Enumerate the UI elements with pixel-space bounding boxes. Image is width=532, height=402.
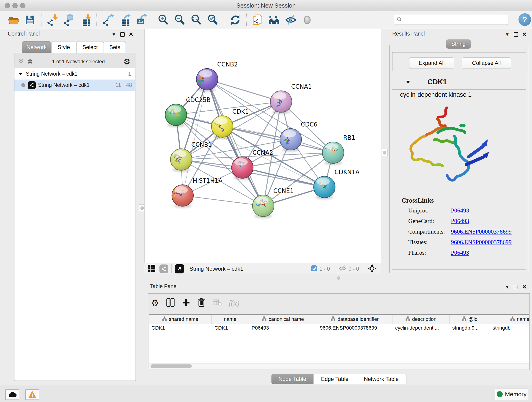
network-collection-label: String Network – cdk1 — [26, 71, 77, 77]
panel-close-icon[interactable]: ✕ — [129, 31, 133, 38]
cell[interactable]: cyclin-dependent ... — [393, 325, 450, 331]
zoom-in-icon[interactable] — [157, 13, 170, 27]
save-session-icon[interactable] — [23, 13, 37, 27]
export-image-icon[interactable] — [134, 13, 147, 27]
export-network-icon[interactable] — [101, 13, 114, 27]
panel-menu-icon[interactable]: ▼ — [505, 32, 510, 37]
crosslink-value-link[interactable]: P06493 — [451, 207, 469, 214]
cell[interactable]: CDK1 — [149, 325, 212, 331]
open-session-icon[interactable] — [7, 13, 20, 27]
column-header--id[interactable]: @id — [450, 315, 490, 324]
table-row[interactable]: CDK1CDK1P064939606.ENSP00000378699cyclin… — [149, 324, 529, 332]
panel-float-icon[interactable] — [514, 285, 518, 289]
cell[interactable]: stringdb — [490, 325, 529, 331]
tab-network[interactable]: Network — [22, 41, 51, 53]
memory-button[interactable]: Memory — [495, 388, 528, 400]
cloud-button[interactable] — [5, 389, 19, 400]
status-bar: Memory — [0, 385, 532, 402]
delete-column-trash-icon[interactable] — [197, 298, 206, 308]
panel-close-icon[interactable]: ✕ — [522, 284, 527, 290]
add-column-icon[interactable] — [182, 298, 190, 307]
birds-eye-view-icon[interactable] — [367, 264, 377, 274]
refresh-view-icon[interactable] — [229, 13, 242, 27]
chevron-down-icon[interactable] — [406, 81, 410, 83]
crosslink-value-link[interactable]: P06493 — [451, 249, 469, 256]
tab-sets[interactable]: Sets — [104, 41, 126, 53]
collapse-all-icon[interactable] — [17, 58, 24, 65]
tab-node-table[interactable]: Node Table — [271, 374, 313, 384]
panel-float-icon[interactable] — [120, 32, 125, 37]
edge-CCNB2-CCNE1[interactable] — [207, 79, 263, 206]
import-network-from-database-icon[interactable] — [62, 13, 76, 27]
panel-menu-icon[interactable]: ▼ — [505, 284, 510, 290]
network-canvas[interactable]: CCNB2CCNA1CDC25BCDK1CDC6RB1CCNB1CCNA2CDK… — [144, 29, 381, 263]
edge-CCNB2-CCNA1[interactable] — [207, 79, 281, 102]
crosslink-value-link[interactable]: P06493 — [451, 218, 469, 225]
column-header-canonical-name[interactable]: canonical name — [249, 315, 317, 324]
panel-close-icon[interactable]: ✕ — [522, 31, 527, 38]
string-view-icon[interactable] — [159, 264, 168, 273]
edge-CCNB2-RB1[interactable] — [207, 79, 333, 153]
open-in-window-icon[interactable] — [175, 264, 184, 274]
crosslink-row: Pharos: P06493 — [408, 248, 525, 258]
search-box[interactable] — [394, 15, 508, 25]
cell[interactable]: P06493 — [249, 325, 317, 331]
expand-all-icon[interactable] — [27, 58, 33, 65]
zoom-out-icon[interactable] — [173, 13, 186, 27]
cell[interactable]: stringdb:9... — [450, 325, 490, 331]
first-neighbors-icon[interactable] — [268, 13, 281, 27]
grid-view-icon[interactable] — [147, 264, 156, 274]
right-splitter-handle[interactable] — [381, 149, 388, 156]
tab-string[interactable]: String — [446, 39, 471, 49]
show-all-icon[interactable] — [301, 13, 314, 27]
panel-menu-icon[interactable]: ▼ — [112, 32, 116, 37]
export-table-icon[interactable] — [118, 13, 131, 27]
crosslink-value-link[interactable]: 9606.ENSP00000378699 — [451, 228, 512, 235]
column-header-namespace[interactable]: namespace — [490, 315, 529, 324]
column-label: description — [412, 316, 437, 322]
chevron-down-icon[interactable] — [19, 73, 23, 75]
expand-all-button[interactable]: Expand All — [409, 57, 454, 69]
search-icon — [396, 16, 402, 23]
show-columns-icon[interactable] — [166, 298, 175, 308]
column-header-shared-name[interactable]: shared name — [149, 315, 212, 324]
tab-network-table[interactable]: Network Table — [356, 374, 406, 384]
hidden-eye-icon[interactable] — [338, 265, 347, 273]
bottom-splitter-handle[interactable] — [337, 276, 340, 280]
cell[interactable]: CDK1 — [212, 325, 249, 331]
table-settings-gear-icon[interactable]: ⚙ — [151, 298, 159, 308]
tab-select[interactable]: Select — [76, 41, 104, 53]
table-header-row: shared namenamecanonical namedatabase id… — [149, 315, 529, 324]
zoom-selected-icon[interactable] — [206, 13, 220, 27]
edge-CCNA2-CDKN1A[interactable] — [242, 167, 324, 187]
tab-edge-table[interactable]: Edge Table — [313, 374, 356, 384]
toolbar-separator — [246, 13, 247, 26]
hide-selection-icon[interactable] — [284, 13, 298, 27]
network-collection-row[interactable]: String Network – cdk1 1 — [14, 68, 135, 80]
crosslink-value-link[interactable]: 9606.ENSP00000378699 — [451, 239, 512, 246]
column-header-name[interactable]: name — [212, 315, 249, 324]
warning-button[interactable] — [25, 389, 39, 400]
help-button[interactable]: ? — [519, 13, 531, 26]
collapse-all-button[interactable]: Collapse All — [462, 57, 511, 69]
import-table-from-file-icon[interactable] — [79, 13, 92, 27]
panel-float-icon[interactable] — [514, 32, 518, 37]
cell[interactable]: 9606.ENSP00000378699 — [317, 325, 393, 331]
control-panel-buttons: ▼ ✕ — [112, 31, 133, 38]
search-input[interactable] — [404, 17, 506, 23]
horizontal-scrollbar[interactable] — [149, 364, 529, 369]
edge-CCNE1-HIST1H1A[interactable] — [183, 196, 263, 206]
gene-section-header[interactable]: CDK1 — [391, 76, 526, 88]
gene-description: cyclin-dependent kinase 1 — [400, 91, 472, 98]
column-header-database-identifier[interactable]: database identifier — [317, 315, 393, 324]
network-row-selected[interactable]: String Network – cdk1 11 48 — [14, 80, 135, 91]
selected-checkbox-icon[interactable] — [311, 265, 317, 273]
column-label: @id — [469, 316, 477, 322]
gear-icon[interactable]: ⚙ — [123, 57, 130, 66]
tab-style[interactable]: Style — [51, 41, 76, 53]
zoom-fit-content-icon[interactable] — [190, 13, 203, 27]
scrollbar-thumb[interactable] — [151, 364, 192, 368]
import-network-from-file-icon[interactable] — [46, 13, 59, 27]
new-network-from-selection-icon[interactable] — [251, 13, 264, 27]
column-header-description[interactable]: description — [393, 315, 450, 324]
